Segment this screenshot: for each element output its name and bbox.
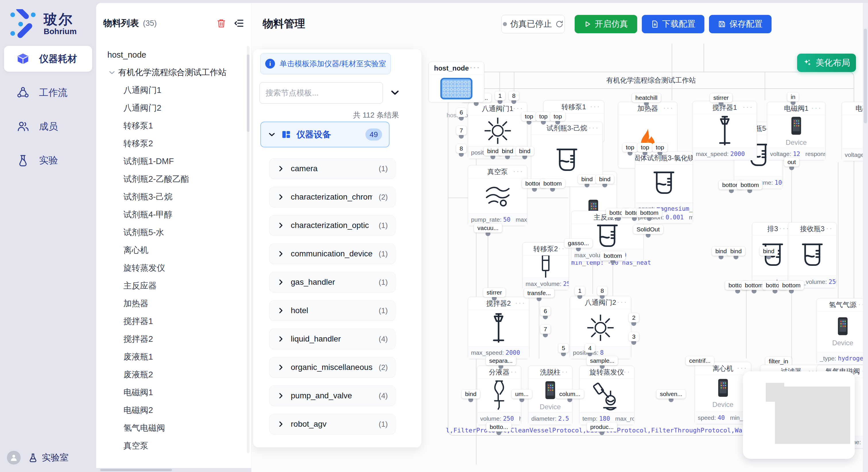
- port-pill-8[interactable]: 8: [456, 144, 466, 153]
- start-simulation-button[interactable]: 开启仿真: [575, 15, 637, 33]
- node-menu-icon[interactable]: ···: [513, 103, 524, 113]
- tree-item[interactable]: 试剂瓶3-己烷: [103, 188, 240, 206]
- port-pill-gasso[interactable]: gasso...: [564, 239, 592, 248]
- download-config-button[interactable]: 下载配置: [642, 15, 704, 33]
- port-pill-bind[interactable]: bind: [596, 175, 614, 184]
- graph-node[interactable]: host_node···: [429, 62, 484, 102]
- avatar[interactable]: [7, 451, 21, 465]
- sidebar-item-members[interactable]: 成员: [4, 113, 92, 139]
- tree-item[interactable]: 搅拌器1: [103, 312, 240, 330]
- port-pill-bind[interactable]: bind: [578, 175, 596, 184]
- tree-item[interactable]: 试剂瓶4-甲醇: [103, 206, 240, 224]
- tree-item[interactable]: 旋转蒸发仪: [103, 259, 240, 277]
- node-menu-icon[interactable]: ···: [679, 153, 689, 162]
- port-pill-in[interactable]: in: [787, 92, 799, 102]
- tree-item[interactable]: 真空泵: [103, 437, 240, 455]
- node-menu-icon[interactable]: ···: [617, 297, 627, 307]
- port-pill-solven[interactable]: solven...: [656, 390, 686, 399]
- node-menu-icon[interactable]: ···: [558, 367, 569, 376]
- port-pill-bottom[interactable]: bottom: [737, 180, 763, 190]
- port-pill-1[interactable]: 1: [575, 286, 585, 295]
- tree-item[interactable]: 试剂瓶1-DMF: [103, 153, 240, 170]
- tree-item[interactable]: 废液瓶2: [103, 366, 240, 384]
- chevron-down-icon[interactable]: [105, 69, 118, 76]
- category-row-gas_handler[interactable]: gas_handler (1): [269, 272, 396, 293]
- port-pill-top[interactable]: top: [622, 143, 638, 152]
- sidebar-item-workflow[interactable]: 工作流: [4, 80, 92, 105]
- node-menu-icon[interactable]: ···: [743, 102, 753, 111]
- graph-node[interactable]: 氢气气源···Device_type: hydrogenmax_pre: [817, 298, 863, 365]
- category-row-communication_devices[interactable]: communication_devices (1): [269, 243, 396, 264]
- port-pill-top[interactable]: top: [536, 112, 551, 121]
- port-pill-2[interactable]: 2: [629, 313, 639, 322]
- node-menu-icon[interactable]: ···: [823, 224, 833, 233]
- graph-node[interactable]: 八通阀门2···positions: 8: [570, 296, 631, 359]
- port-pill-botto[interactable]: botto...: [486, 423, 512, 432]
- port-pill-6[interactable]: 6: [540, 307, 551, 316]
- refresh-icon[interactable]: [555, 20, 563, 28]
- tree-item[interactable]: 转移泵1: [103, 117, 240, 135]
- category-row-characterization_optic[interactable]: characterization_optic (1): [269, 215, 396, 236]
- minimap[interactable]: [743, 371, 855, 459]
- category-row-robot_agv[interactable]: robot_agv (1): [269, 414, 396, 434]
- port-pill-sample[interactable]: sample...: [586, 356, 618, 365]
- tree-item[interactable]: 有机化学流程综合测试工作站: [103, 64, 240, 81]
- port-pill-bottom[interactable]: bottom: [540, 179, 565, 188]
- graph-node[interactable]: 电磁阀2···voltage: 12: [842, 102, 863, 161]
- port-pill-bottom[interactable]: bottom: [637, 208, 662, 217]
- category-row-organic_miscellaneous[interactable]: organic_miscellaneous (2): [269, 357, 396, 378]
- page-scrollbar[interactable]: [863, 3, 868, 472]
- graph-node[interactable]: 真空泵···pump_rate: 50max_vacuum: 0.1: [468, 165, 527, 226]
- port-pill-vacuu[interactable]: vacuu...: [474, 224, 502, 233]
- graph-node[interactable]: 搅拌器1···max_speed: 2000: [693, 101, 757, 160]
- port-pill-top[interactable]: top: [550, 112, 565, 121]
- category-row-characterization_chromatic[interactable]: characterization_chromatic (2): [269, 187, 396, 207]
- port-pill-3[interactable]: 3: [629, 332, 639, 341]
- node-menu-icon[interactable]: ···: [470, 63, 480, 72]
- tree-item[interactable]: 离心机: [103, 241, 240, 259]
- port-pill-stirrer[interactable]: stirrer: [710, 93, 732, 102]
- node-menu-icon[interactable]: ···: [507, 367, 518, 376]
- chevron-down-icon[interactable]: [389, 86, 401, 99]
- sidebar-item-cube[interactable]: 仪器耗材: [4, 46, 92, 72]
- materials-scrollbar[interactable]: [247, 46, 249, 453]
- tree-item[interactable]: 电磁阀2: [103, 401, 240, 419]
- graph-node[interactable]: 搅拌器2···max_speed: 2000: [468, 297, 529, 359]
- port-pill-bind[interactable]: bind: [462, 390, 480, 399]
- graph-node[interactable]: 转移泵2···max_volume: 25transfer_rate: 10: [522, 242, 569, 290]
- simulation-status-pill[interactable]: 仿真已停止: [501, 15, 565, 33]
- node-menu-icon[interactable]: ···: [811, 103, 822, 112]
- port-pill-bottom[interactable]: bottom: [779, 281, 804, 290]
- category-row-camera[interactable]: camera (1): [269, 158, 396, 179]
- search-input[interactable]: [259, 82, 383, 103]
- port-pill-bind[interactable]: bind: [727, 247, 745, 256]
- port-pill-top[interactable]: top: [652, 143, 668, 152]
- node-menu-icon[interactable]: ···: [737, 363, 747, 372]
- node-menu-icon[interactable]: ···: [515, 298, 526, 307]
- node-menu-icon[interactable]: ···: [513, 167, 524, 176]
- outdent-list-icon[interactable]: [234, 18, 244, 28]
- beautify-layout-button[interactable]: 美化布局: [797, 54, 856, 72]
- tree-item[interactable]: host_node: [103, 46, 240, 64]
- port-pill-7[interactable]: 7: [456, 126, 466, 135]
- port-pill-separa[interactable]: separa...: [486, 356, 516, 365]
- node-menu-icon[interactable]: ···: [855, 300, 863, 309]
- port-pill-transfe[interactable]: transfe...: [524, 289, 554, 298]
- sidebar-item-experiment[interactable]: 实验: [4, 147, 92, 173]
- port-pill-produc[interactable]: produc...: [587, 423, 617, 432]
- node-menu-icon[interactable]: ···: [663, 103, 674, 112]
- port-pill-bind[interactable]: bind: [498, 146, 517, 156]
- tree-item[interactable]: 搅拌器2: [103, 330, 240, 348]
- tree-item[interactable]: 转移泵2: [103, 135, 240, 153]
- port-pill-8[interactable]: 8: [597, 286, 608, 295]
- tree-item[interactable]: 电磁阀1: [103, 384, 240, 401]
- category-row-hotel[interactable]: hotel (1): [269, 300, 396, 321]
- port-pill-out[interactable]: out: [784, 158, 799, 167]
- tree-item[interactable]: 八通阀门2: [103, 99, 240, 117]
- port-pill-bind[interactable]: bind: [760, 247, 778, 256]
- sidebar-footer[interactable]: 实验室: [7, 451, 69, 465]
- node-menu-icon[interactable]: ···: [588, 123, 599, 132]
- port-pill-top[interactable]: top: [637, 143, 652, 152]
- node-menu-icon[interactable]: ···: [620, 367, 631, 376]
- trash-icon[interactable]: [216, 19, 226, 28]
